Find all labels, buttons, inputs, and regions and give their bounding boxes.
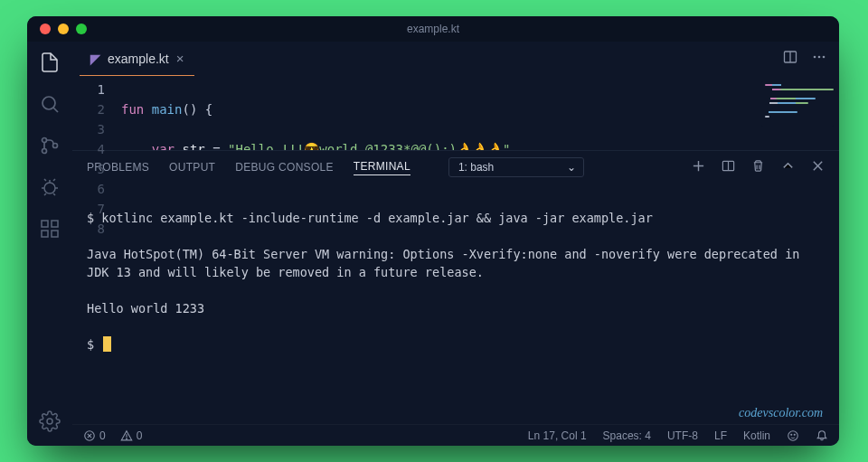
close-panel-icon[interactable] — [811, 159, 825, 175]
tab-bar: ◤ example.kt × — [72, 42, 839, 76]
svg-point-28 — [794, 434, 795, 435]
svg-point-25 — [126, 438, 127, 439]
line-gutter: 1 2 3 4 5 6 7 8 — [72, 76, 121, 150]
debug-icon[interactable] — [38, 175, 61, 199]
svg-rect-5 — [42, 221, 48, 227]
traffic-lights — [27, 24, 87, 34]
maximize-panel-icon[interactable] — [781, 159, 795, 175]
close-window-button[interactable] — [40, 24, 51, 34]
notifications-icon[interactable] — [816, 429, 828, 442]
source-control-icon[interactable] — [38, 134, 61, 157]
panel-actions — [692, 159, 825, 175]
svg-point-27 — [791, 434, 792, 435]
new-terminal-icon[interactable] — [692, 159, 705, 175]
settings-icon[interactable] — [38, 410, 61, 433]
tab-terminal[interactable]: TERMINAL — [354, 160, 410, 175]
bottom-panel: PROBLEMS OUTPUT DEBUG CONSOLE TERMINAL 1… — [72, 150, 839, 424]
feedback-icon[interactable] — [787, 429, 799, 442]
svg-rect-8 — [52, 221, 58, 227]
status-errors[interactable]: 0 — [83, 429, 106, 442]
svg-point-13 — [818, 56, 821, 59]
kotlin-file-icon: ◤ — [90, 52, 100, 66]
terminal-line: Java HotSpot(TM) 64-Bit Server VM warnin… — [87, 245, 825, 281]
close-tab-icon[interactable]: × — [176, 51, 184, 66]
terminal-cursor — [103, 336, 111, 352]
svg-point-0 — [42, 97, 55, 109]
status-bar: 0 0 Ln 17, Col 1 Spaces: 4 UTF-8 LF Kotl… — [72, 424, 839, 446]
terminal-selector[interactable]: 1: bash ⌄ — [448, 157, 584, 177]
more-actions-icon[interactable] — [812, 50, 826, 68]
svg-rect-6 — [42, 231, 48, 237]
svg-point-4 — [44, 183, 55, 193]
status-encoding[interactable]: UTF-8 — [667, 429, 698, 442]
main-area: ◤ example.kt × 1 2 3 — [27, 42, 839, 446]
status-cursor-position[interactable]: Ln 17, Col 1 — [528, 429, 587, 442]
svg-rect-7 — [52, 231, 58, 237]
split-terminal-icon[interactable] — [722, 159, 735, 175]
maximize-window-button[interactable] — [76, 24, 87, 34]
titlebar: example.kt — [27, 16, 839, 42]
panel-tab-bar: PROBLEMS OUTPUT DEBUG CONSOLE TERMINAL 1… — [72, 151, 839, 184]
status-indent[interactable]: Spaces: 4 — [603, 429, 651, 442]
split-editor-icon[interactable] — [783, 50, 797, 68]
code-content[interactable]: fun main() { var str = "Hello !!!😎world … — [121, 76, 839, 150]
terminal-line: $ kotlinc example.kt -include-runtime -d… — [87, 209, 825, 227]
editor[interactable]: 1 2 3 4 5 6 7 8 fun main() { var str = "… — [72, 76, 839, 150]
status-language[interactable]: Kotlin — [743, 429, 770, 442]
chevron-down-icon: ⌄ — [567, 161, 576, 174]
svg-point-9 — [47, 419, 52, 424]
window-title: example.kt — [27, 23, 839, 35]
terminal-line: Hello world 1233 — [87, 299, 825, 317]
extensions-icon[interactable] — [38, 217, 61, 240]
status-eol[interactable]: LF — [714, 429, 727, 442]
tab-example-kt[interactable]: ◤ example.kt × — [80, 42, 194, 76]
terminal-selector-label: 1: bash — [458, 161, 494, 174]
tab-label: example.kt — [108, 52, 169, 66]
editor-window: example.kt — [27, 16, 839, 446]
minimize-window-button[interactable] — [58, 24, 69, 34]
svg-point-26 — [788, 430, 798, 440]
activity-bar — [27, 42, 72, 446]
status-warnings[interactable]: 0 — [120, 429, 143, 442]
kill-terminal-icon[interactable] — [751, 159, 765, 175]
svg-point-3 — [53, 144, 58, 148]
svg-point-14 — [823, 56, 826, 59]
svg-point-2 — [42, 149, 47, 154]
svg-point-12 — [814, 56, 816, 59]
watermark: codevscolor.com — [739, 404, 823, 422]
tab-actions — [783, 50, 839, 68]
terminal-output[interactable]: $ kotlinc example.kt -include-runtime -d… — [72, 184, 839, 424]
minimap[interactable] — [761, 81, 834, 127]
search-icon[interactable] — [38, 92, 61, 116]
content-column: ◤ example.kt × 1 2 3 — [72, 42, 839, 446]
svg-point-1 — [42, 138, 47, 143]
tab-debug-console[interactable]: DEBUG CONSOLE — [235, 161, 334, 174]
terminal-prompt: $ — [87, 335, 825, 354]
tab-output[interactable]: OUTPUT — [169, 161, 215, 174]
explorer-icon[interactable] — [38, 51, 61, 74]
